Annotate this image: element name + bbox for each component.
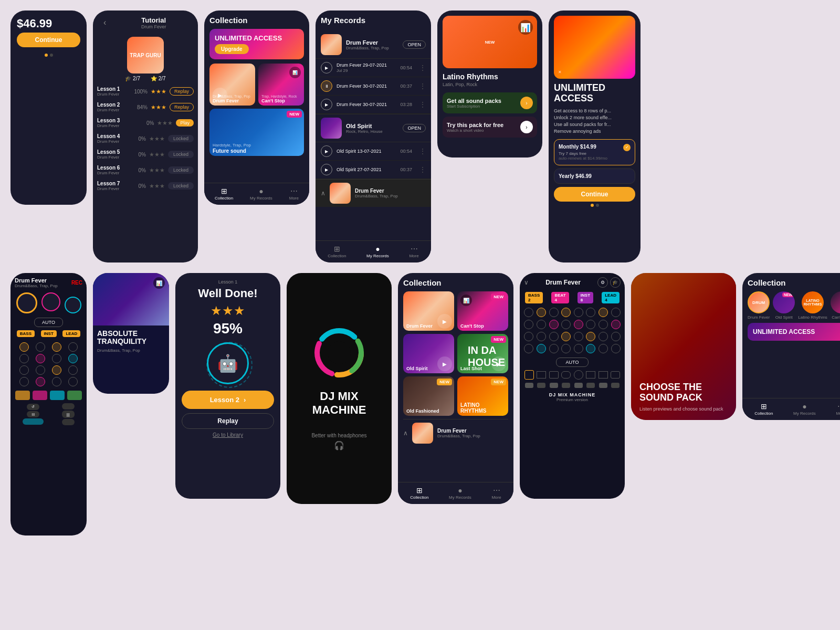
knob-3[interactable] (65, 297, 81, 313)
col2-cant-stop[interactable]: NEW Can't Stop 📊 (457, 291, 508, 331)
dot-a2[interactable] (36, 342, 45, 352)
ctrl-2[interactable]: ||| (62, 411, 75, 418)
mini-album-1[interactable]: DRUM Drum Fever (748, 291, 770, 320)
dot-b4[interactable] (68, 354, 78, 363)
locked-badge-6: Locked (168, 166, 194, 174)
dot-c4[interactable] (68, 365, 78, 375)
auto-button[interactable]: AUTO (34, 318, 63, 327)
beat-pad-1[interactable] (15, 391, 30, 400)
graduation-icon[interactable]: 🎓 (610, 277, 621, 288)
try-free-btn[interactable]: Try this pack for free Watch a short vid… (443, 117, 537, 138)
col2-last-shot[interactable]: NEW Last Shot ▶ IN DA HOUSE (457, 334, 508, 373)
continue-unlimited-button[interactable]: Continue (554, 187, 635, 202)
lead4-label: LEAD 4 (602, 292, 620, 303)
nav-my-records[interactable]: ●My Records (366, 245, 389, 258)
nav-col2-more[interactable]: ⋯More (491, 487, 501, 500)
nav-records[interactable]: ●My Records (250, 187, 272, 201)
album-future-sound[interactable]: NEW Future sound Hardstyle, Trap, Pop (209, 109, 304, 156)
dot-d3[interactable] (52, 377, 61, 386)
beat-pad-4[interactable] (67, 391, 82, 400)
pause-record-2[interactable]: ⏸ (321, 80, 332, 92)
dot-b2[interactable] (36, 354, 45, 363)
chevron-down-icon[interactable]: ∧ (321, 190, 326, 197)
dot-c1[interactable] (19, 365, 29, 375)
play-os-icon[interactable]: ▶ (437, 356, 452, 371)
open-old-spirit-button[interactable]: OPEN (403, 124, 426, 132)
dot-d4[interactable] (68, 377, 78, 386)
play-record-5[interactable]: ▶ (321, 164, 332, 175)
next-lesson-button[interactable]: Lesson 2 › (182, 391, 274, 409)
go-to-library-link[interactable]: Go to Library (213, 432, 243, 438)
nav-mini-collection[interactable]: ⊞Collection (754, 403, 773, 416)
play-df-icon[interactable]: ▶ (437, 314, 452, 329)
ctrl-3[interactable] (62, 419, 75, 425)
old-spirit-thumb (321, 118, 342, 139)
record-more-1[interactable]: ⋮ (419, 64, 426, 71)
beat-pad-2[interactable] (33, 391, 47, 400)
play-record-1[interactable]: ▶ (321, 62, 332, 74)
get-all-packs-btn[interactable]: Get all sound packs Start Subscription › (443, 92, 537, 113)
yearly-option[interactable]: Yearly $46.99 (554, 169, 635, 184)
open-drum-fever-button[interactable]: OPEN (403, 40, 426, 49)
col-mini-title: Collection (748, 278, 840, 287)
replay-lesson2-button[interactable]: Replay (170, 103, 194, 111)
nav-mini-more[interactable]: ⋯More (836, 403, 840, 416)
play-icon[interactable]: ▶ (213, 88, 227, 102)
mini-album-4[interactable]: Can't Stop (831, 291, 840, 320)
play-record-4[interactable]: ▶ (321, 145, 332, 157)
mini-thumb-2: NEW (773, 291, 795, 313)
svg-point-4 (328, 341, 351, 364)
nav-col2-records[interactable]: ●My Records (449, 487, 471, 500)
knob-2[interactable] (41, 292, 60, 311)
mini-album-3[interactable]: LATINORHYTHMS Latino Rhythms (798, 291, 827, 320)
settings-icon[interactable]: ⚙ (597, 277, 608, 288)
nav-col2-collection[interactable]: ⊞Collection (410, 487, 428, 500)
monthly-option[interactable]: Monthly $14.99 ✓ Try 7 days free auto-re… (554, 139, 635, 165)
slider-1[interactable]: ↺ (27, 404, 39, 410)
dot-b3[interactable] (52, 354, 61, 363)
continue-button[interactable]: Continue (17, 33, 80, 47)
col2-old-fashioned[interactable]: NEW Old Fashioned (403, 376, 454, 416)
beat-pad-3[interactable] (50, 391, 65, 400)
record-more-2[interactable]: ⋮ (419, 82, 426, 90)
album-drum-fever[interactable]: Drum Fever Drum&Bass, Trap, Pop ▶ (209, 64, 255, 106)
back-button[interactable]: ‹ (98, 15, 111, 30)
ctrl-1[interactable] (62, 403, 75, 410)
col2-drum-fever[interactable]: Drum Fever ▶ (403, 291, 454, 331)
dot-c3[interactable] (52, 365, 61, 375)
play-lesson3-button[interactable]: Play (176, 119, 194, 127)
dot-d1[interactable] (19, 377, 29, 386)
nav-more[interactable]: ⋯More (289, 187, 299, 201)
record-more-5[interactable]: ⋮ (419, 166, 426, 173)
nav-more-rec[interactable]: ⋯More (409, 245, 418, 258)
shapes-row (524, 370, 621, 380)
record-more-3[interactable]: ⋮ (419, 101, 426, 108)
slider-3[interactable] (23, 418, 44, 425)
dot-d2[interactable] (36, 377, 45, 386)
dot-a3[interactable] (52, 342, 61, 352)
nav-collection-rec[interactable]: ⊞Collection (328, 245, 346, 258)
nav-collection[interactable]: ⊞Collection (215, 187, 233, 201)
drum-fever-thumb (321, 34, 342, 55)
play-record-3[interactable]: ▶ (321, 99, 332, 110)
slider-2[interactable]: III (27, 411, 39, 417)
chevron-expand[interactable]: ∨ (524, 279, 529, 286)
dj-logo (313, 327, 365, 379)
col2-latino-rhythms[interactable]: NEW LATINORHYTHMS (457, 376, 508, 416)
replay-lesson1-button[interactable]: Replay (170, 87, 194, 96)
col2-old-spirit[interactable]: Old Spirit ▶ (403, 334, 454, 373)
replay-button[interactable]: Replay (182, 413, 274, 429)
dot-c2[interactable] (36, 365, 45, 375)
nav-mini-records[interactable]: ●My Records (793, 403, 816, 416)
album-cant-stop[interactable]: Can't Stop Trap, Hardstyle, Rock 📊 (258, 64, 304, 106)
record-more-4[interactable]: ⋮ (419, 148, 426, 155)
knob-1[interactable] (16, 292, 37, 313)
sliders-area: ↺ III ||| (15, 403, 82, 425)
mini-album-2[interactable]: NEW Old Spirit (773, 291, 795, 320)
auto-btn-2[interactable]: AUTO (556, 358, 589, 367)
dot-b1[interactable] (19, 354, 29, 363)
upgrade-button[interactable]: Upgrade (215, 44, 249, 54)
dot-a1[interactable] (19, 342, 29, 352)
chevron-down-2[interactable]: ∧ (403, 429, 408, 437)
dot-a4[interactable] (68, 342, 78, 352)
